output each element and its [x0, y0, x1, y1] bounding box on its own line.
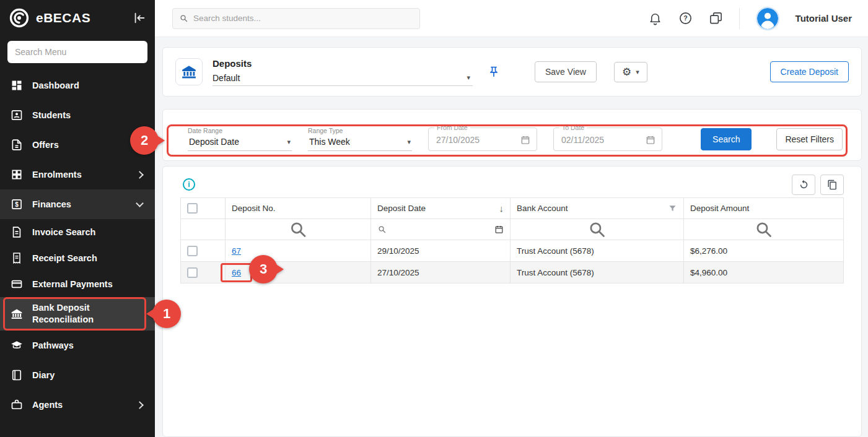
enrolments-icon	[10, 168, 24, 181]
from-date-field[interactable]: From Date 27/10/2025	[428, 128, 537, 151]
app-root: eBECAS Dashboard Students Offers Enrolme…	[0, 0, 868, 437]
sidebar-item-enrolments[interactable]: Enrolments	[0, 160, 155, 189]
table-row: 66 27/10/2025 Trust Account (5678) $4,96…	[181, 262, 844, 283]
user-avatar[interactable]	[756, 7, 779, 30]
sidebar-item-label: Bank Deposit Reconciliation	[32, 302, 145, 326]
help-icon[interactable]: ?	[678, 11, 693, 25]
search-button[interactable]: Search	[701, 128, 752, 150]
sidebar-item-finances[interactable]: $ Finances	[0, 189, 155, 219]
sidebar-item-label: External Payments	[32, 278, 145, 290]
chevron-right-icon	[136, 171, 144, 179]
copy-icon	[827, 180, 838, 190]
filter-row: Date Range Deposit Date ▾ Range Type Thi…	[188, 127, 843, 151]
create-deposit-button[interactable]: Create Deposit	[770, 61, 849, 82]
caret-down-icon: ▾	[467, 74, 470, 82]
calendar-icon[interactable]	[646, 135, 655, 145]
filter-deposit-no[interactable]	[226, 219, 371, 240]
date-range-select[interactable]: Date Range Deposit Date ▾	[188, 127, 292, 151]
refresh-button[interactable]	[792, 175, 815, 195]
to-date-field[interactable]: To Date 02/11/2025	[553, 128, 662, 151]
svg-text:$: $	[15, 201, 19, 208]
chevron-down-icon	[136, 199, 144, 207]
sidebar-item-diary[interactable]: Diary	[0, 360, 155, 390]
row-checkbox[interactable]	[187, 267, 198, 278]
filter-deposit-amount[interactable]	[684, 219, 844, 240]
deposits-table: Deposit No. Deposit Date ↓ Bank Account	[180, 197, 844, 283]
calendar-icon[interactable]	[520, 135, 530, 145]
deposit-date-cell: 27/10/2025	[371, 262, 511, 283]
select-all-checkbox[interactable]	[187, 203, 198, 214]
sidebar-item-label: Enrolments	[32, 168, 128, 181]
ebecas-logo-icon	[9, 7, 30, 28]
col-bank-account[interactable]: Bank Account	[511, 198, 684, 219]
calendar-icon[interactable]	[494, 225, 504, 234]
sidebar-item-dashboard[interactable]: Dashboard	[0, 71, 155, 100]
chevron-right-icon	[136, 401, 144, 409]
page-title: Deposits	[213, 58, 473, 69]
sidebar-header: eBECAS	[0, 0, 155, 36]
filter-funnel-icon[interactable]	[668, 204, 677, 213]
search-icon	[517, 219, 677, 240]
settings-dropdown-button[interactable]: ⚙ ▾	[614, 62, 647, 82]
topbar: ? Tutorial User	[155, 0, 868, 37]
pin-view-icon[interactable]	[488, 66, 500, 78]
row-checkbox[interactable]	[187, 246, 198, 256]
invoice-icon	[10, 226, 24, 238]
bank-icon	[175, 58, 203, 85]
filter-bank-account[interactable]	[511, 219, 684, 240]
collapse-sidebar-icon[interactable]	[133, 11, 146, 25]
caret-down-icon: ▾	[287, 138, 291, 146]
copy-button[interactable]	[820, 175, 844, 195]
date-range-label: Date Range	[188, 127, 292, 134]
search-icon	[232, 219, 364, 240]
student-search-input[interactable]	[193, 14, 413, 23]
col-deposit-no[interactable]: Deposit No.	[226, 198, 371, 219]
col-deposit-amount[interactable]: Deposit Amount	[684, 198, 844, 219]
multi-window-icon[interactable]	[709, 11, 723, 25]
save-view-button[interactable]: Save View	[535, 61, 597, 82]
sidebar-item-bank-deposit-reconciliation[interactable]: Bank Deposit Reconciliation	[0, 297, 155, 331]
range-type-label: Range Type	[308, 127, 412, 134]
view-select-value: Default	[213, 73, 240, 83]
table-utility-row: i	[180, 174, 844, 195]
sidebar-item-pathways[interactable]: Pathways	[0, 331, 155, 360]
table-actions	[792, 175, 844, 195]
graduation-cap-icon	[10, 339, 24, 352]
table-filter-row	[181, 219, 844, 240]
view-select[interactable]: Default ▾	[213, 73, 473, 86]
sidebar-item-label: Receipt Search	[32, 252, 145, 264]
sidebar-item-offers[interactable]: Offers	[0, 130, 155, 160]
sidebar-item-label: Invoice Search	[32, 226, 145, 238]
sidebar-item-agents[interactable]: Agents	[0, 390, 155, 420]
range-type-select[interactable]: Range Type This Week ▾	[308, 127, 412, 151]
sort-descending-icon[interactable]: ↓	[499, 203, 504, 214]
row-select-cell	[181, 240, 226, 262]
deposit-no-link[interactable]: 67	[232, 246, 241, 256]
sidebar-item-receipt-search[interactable]: Receipt Search	[0, 245, 155, 271]
topbar-divider	[739, 8, 740, 29]
student-search[interactable]	[172, 8, 420, 29]
receipt-icon	[10, 252, 24, 264]
deposit-no-link[interactable]: 66	[232, 268, 241, 277]
sidebar-item-students[interactable]: Students	[0, 100, 155, 130]
deposit-amount-cell: $4,960.00	[684, 262, 844, 283]
info-icon[interactable]: i	[183, 178, 195, 191]
from-date-value: 27/10/2025	[436, 135, 480, 145]
sidebar-item-label: Dashboard	[32, 79, 145, 92]
sidebar-item-external-payments[interactable]: External Payments	[0, 271, 155, 297]
search-icon	[690, 219, 837, 240]
sidebar-search-input[interactable]	[7, 41, 147, 63]
sidebar-item-invoice-search[interactable]: Invoice Search	[0, 219, 155, 245]
sidebar-nav: Dashboard Students Offers Enrolments $ F…	[0, 71, 155, 437]
select-all-cell	[181, 198, 226, 219]
to-date-label: To Date	[559, 124, 587, 131]
notifications-bell-icon[interactable]	[648, 11, 662, 25]
credit-card-icon	[10, 278, 24, 290]
filter-deposit-date[interactable]	[371, 219, 511, 240]
col-deposit-date[interactable]: Deposit Date ↓	[371, 198, 511, 219]
date-range-value: Deposit Date	[189, 137, 239, 147]
table-header-row: Deposit No. Deposit Date ↓ Bank Account	[181, 198, 844, 219]
dashboard-icon	[10, 79, 24, 92]
reset-filters-button[interactable]: Reset Filters	[776, 128, 843, 150]
topbar-actions: ? Tutorial User	[648, 7, 852, 30]
